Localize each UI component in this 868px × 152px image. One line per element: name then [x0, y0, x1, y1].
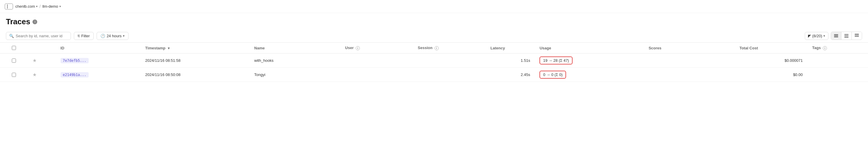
th-check [0, 42, 28, 54]
time-label: 24 hours [107, 34, 122, 38]
tags-info-icon[interactable]: i [823, 46, 827, 50]
page-header: Traces i [0, 13, 868, 29]
row-id-cell[interactable]: e2149b1a... [56, 68, 141, 82]
columns-table-icon: ◤ [808, 34, 811, 38]
session-info-icon[interactable]: i [435, 46, 439, 50]
toolbar-right: ◤ (8/20) ▾ [805, 32, 862, 40]
sort-desc-icon: ▼ [167, 47, 170, 50]
row-id-cell[interactable]: 7e7defb5... [56, 54, 141, 68]
row-check-cell [0, 68, 28, 82]
search-icon: 🔍 [9, 34, 14, 38]
row-scores-cell [644, 68, 735, 82]
row-usage-cell: 19 → 28 (Σ 47) [535, 54, 644, 68]
table-wrapper: ID Timestamp ▼ Name User i Session [0, 42, 868, 82]
row-session-cell [413, 68, 486, 82]
search-box[interactable]: 🔍 [6, 32, 71, 40]
filter-button[interactable]: ⎗ Filter [74, 32, 94, 40]
row-checkbox[interactable] [12, 73, 16, 77]
usage-value: 19 → 28 (Σ 47) [539, 57, 572, 64]
app-container: chenlb.com ▾ / llm-demo ▾ Traces i 🔍 ⎗ F… [0, 0, 868, 152]
th-scores: Scores [644, 42, 735, 54]
row-star-cell: ★ [28, 68, 56, 82]
row-session-cell [413, 54, 486, 68]
table-row: ★ e2149b1a... 2024/11/16 08:50:08 Tongyi… [0, 68, 868, 82]
nav-project[interactable]: llm-demo ▾ [42, 4, 61, 8]
breadcrumb-separator: / [39, 4, 40, 9]
svg-rect-2 [834, 37, 838, 37]
row-usage-cell: 0 → 0 (Σ 0) [535, 68, 644, 82]
sidebar-toggle-button[interactable] [5, 4, 13, 9]
user-info-icon[interactable]: i [356, 46, 360, 50]
row-latency-cell: 1.51s [486, 54, 535, 68]
clock-icon: 🕐 [100, 34, 105, 38]
row-name-cell: with_hooks [250, 54, 341, 68]
row-tags-cell [807, 54, 868, 68]
row-tags-cell [807, 68, 868, 82]
row-user-cell [340, 54, 413, 68]
th-session: Session i [413, 42, 486, 54]
table-row: ★ 7e7defb5... 2024/11/16 08:51:58 with_h… [0, 54, 868, 68]
traces-table: ID Timestamp ▼ Name User i Session [0, 42, 868, 82]
table-body: ★ 7e7defb5... 2024/11/16 08:51:58 with_h… [0, 54, 868, 82]
view-comfortable-button[interactable] [841, 32, 852, 40]
trace-id-badge[interactable]: e2149b1a... [61, 72, 89, 78]
page-title-info-icon[interactable]: i [32, 20, 37, 24]
filter-funnel-icon: ⎗ [78, 34, 80, 38]
row-timestamp-cell: 2024/11/16 08:51:58 [141, 54, 250, 68]
th-tags: Tags i [807, 42, 868, 54]
th-star [28, 42, 56, 54]
project-label: llm-demo [42, 4, 58, 8]
time-chevron-icon: ▾ [123, 34, 125, 38]
usage-value: 0 → 0 (Σ 0) [539, 71, 566, 79]
org-chevron-icon: ▾ [36, 5, 37, 8]
project-chevron-icon: ▾ [59, 5, 61, 8]
search-input[interactable] [16, 34, 63, 38]
svg-rect-3 [844, 34, 848, 35]
top-nav: chenlb.com ▾ / llm-demo ▾ [0, 0, 868, 13]
select-all-checkbox[interactable] [12, 46, 16, 50]
th-name: Name [250, 42, 341, 54]
svg-rect-5 [844, 37, 848, 38]
star-icon[interactable]: ★ [32, 72, 37, 77]
svg-rect-7 [855, 35, 859, 37]
nav-org[interactable]: chenlb.com ▾ [16, 4, 37, 8]
column-selector-button[interactable]: ◤ (8/20) ▾ [805, 32, 829, 40]
row-totalcost-cell: $0.000071 [735, 54, 807, 68]
th-latency: Latency [486, 42, 535, 54]
svg-rect-1 [834, 35, 838, 36]
th-totalcost: Total Cost [735, 42, 807, 54]
columns-count-label: (8/20) [812, 34, 822, 38]
columns-chevron-icon: ▾ [824, 34, 825, 38]
table-header-row: ID Timestamp ▼ Name User i Session [0, 42, 868, 54]
th-timestamp[interactable]: Timestamp ▼ [141, 42, 250, 54]
row-scores-cell [644, 54, 735, 68]
star-icon[interactable]: ★ [32, 58, 37, 63]
view-toggle-group [831, 32, 862, 40]
filter-label: Filter [81, 34, 90, 38]
view-dense-button[interactable] [831, 32, 841, 40]
th-usage: Usage [535, 42, 644, 54]
trace-id-badge[interactable]: 7e7defb5... [61, 58, 89, 63]
svg-rect-0 [834, 34, 838, 35]
th-user: User i [340, 42, 413, 54]
row-name-cell: Tongyi [250, 68, 341, 82]
org-label: chenlb.com [16, 4, 35, 8]
row-user-cell [340, 68, 413, 82]
svg-rect-4 [844, 35, 848, 36]
svg-rect-6 [855, 34, 859, 35]
time-range-button[interactable]: 🕐 24 hours ▾ [97, 32, 129, 40]
page-title: Traces i [6, 17, 862, 26]
row-star-cell: ★ [28, 54, 56, 68]
row-timestamp-cell: 2024/11/16 08:50:08 [141, 68, 250, 82]
breadcrumb: chenlb.com ▾ / llm-demo ▾ [16, 4, 61, 9]
row-check-cell [0, 54, 28, 68]
view-compact-button[interactable] [852, 32, 862, 40]
toolbar: 🔍 ⎗ Filter 🕐 24 hours ▾ ◤ (8/20) ▾ [0, 29, 868, 42]
row-latency-cell: 2.45s [486, 68, 535, 82]
th-id: ID [56, 42, 141, 54]
row-totalcost-cell: $0.00 [735, 68, 807, 82]
row-checkbox[interactable] [12, 59, 16, 63]
